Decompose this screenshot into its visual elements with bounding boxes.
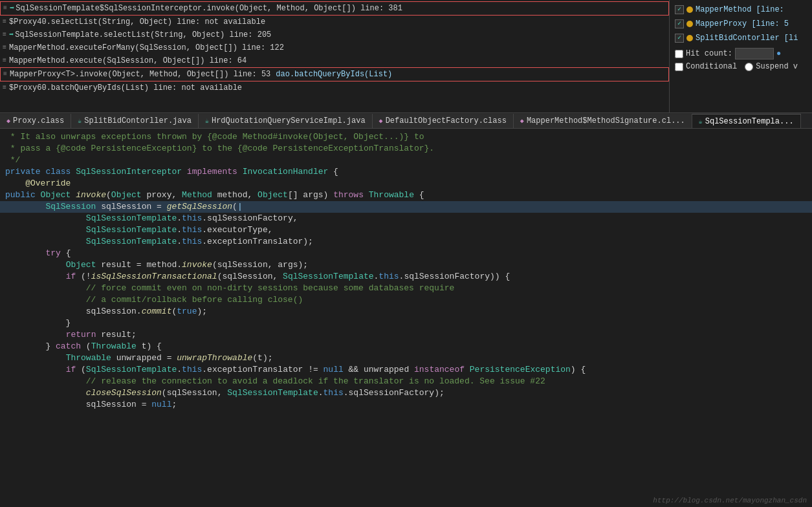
tab-label: HrdQuotationQueryServiceImpl.java [212, 116, 366, 125]
stack-icon: ≡ [3, 42, 6, 54]
this: this [182, 213, 202, 224]
plain [5, 224, 86, 236]
plain: .exceptionTranslator != [202, 364, 323, 376]
bp-checkbox[interactable] [675, 34, 684, 43]
hit-count-radio: ● [776, 49, 781, 58]
plain: method, [212, 189, 258, 201]
method: getSqlSession [167, 201, 232, 213]
plain: proxy, [142, 189, 182, 201]
comment-text: // force commit even on non-dirty sessio… [5, 283, 454, 294]
stack-item-4[interactable]: ≡MapperMethod.executeForMany(SqlSession,… [0, 41, 669, 54]
stack-text: $Proxy60.batchQueryByIds(List) line: not… [9, 82, 242, 94]
plain: (! [76, 271, 91, 283]
tab-6[interactable]: ☕SqlSessionTempla... [692, 114, 801, 128]
code-line-11: try { [0, 248, 812, 259]
kw: if [66, 364, 76, 376]
code-line-22: // release the connection to avoid a dea… [0, 376, 812, 387]
bp-checkbox[interactable] [675, 5, 684, 14]
hit-count-checkbox[interactable] [675, 50, 683, 58]
plain: ( [171, 306, 177, 318]
code-line-3: */ [0, 155, 812, 166]
kw: true [177, 306, 197, 318]
code-line-6: public Object invoke(Object proxy, Metho… [0, 189, 812, 201]
tab-label: MapperMethod$MethodSignature.cl... [527, 116, 685, 125]
bp-checkbox[interactable] [675, 19, 684, 28]
stack-text: MapperMethod.execute(SqlSession, Object[… [9, 55, 247, 67]
plain: (sqlSession, [217, 271, 283, 283]
type: Method [182, 189, 212, 201]
hit-count-input[interactable] [735, 48, 774, 59]
this: this [324, 387, 344, 399]
method: unwrapThrowable [177, 352, 252, 364]
plain: t) { [137, 341, 162, 352]
code-line-24: sqlSession = null; [0, 399, 812, 411]
stack-item-2[interactable]: ≡$Proxy40.selectList(String, Object) lin… [0, 16, 669, 28]
plain: . [177, 364, 182, 376]
tab-4[interactable]: ◆DefaultObjectFactory.class [373, 114, 514, 128]
bp-label: MapperMethod [line: [696, 4, 784, 16]
plain: unwrapped = [111, 352, 177, 364]
comment-text: * pass a {@code PersistenceException} to… [5, 143, 434, 155]
plain [237, 166, 243, 178]
comment-text: // release the connection to avoid a dea… [5, 376, 545, 387]
code-line-14: // force commit even on non-dirty sessio… [0, 283, 812, 294]
kw: null [151, 399, 171, 411]
plain [5, 271, 66, 283]
arrow-icon: ➡ [9, 29, 14, 41]
stack-text: $Proxy40.selectList(String, Object) line… [9, 16, 265, 28]
stack-text: SqlSessionTemplate.selectList(String, Ob… [15, 29, 271, 41]
plain [5, 236, 86, 248]
tab-5[interactable]: ◆MapperMethod$MethodSignature.cl... [514, 114, 692, 128]
type: SqlSessionTemplate [86, 364, 177, 376]
plain: (sqlSession, args); [212, 259, 308, 271]
kw: null [324, 364, 344, 376]
code-line-19: } catch (Throwable t) { [0, 341, 812, 352]
type: SqlSession [5, 201, 96, 213]
stack-item-6[interactable]: ≡MapperProxy<T>.invoke(Object, Method, O… [0, 67, 669, 81]
code-line-15: // a commit/rollback before calling clos… [0, 294, 812, 306]
tab-icon: ◆ [6, 117, 10, 125]
code-line-8: SqlSessionTemplate.this.sqlSessionFactor… [0, 213, 812, 224]
tab-icon: ☕ [699, 118, 703, 125]
plain: sqlSession = [96, 201, 166, 213]
suspend-radio[interactable] [745, 63, 753, 71]
plain: ); [197, 306, 207, 318]
stack-tooltip: dao.batchQueryByIds(List) [276, 69, 392, 80]
code-line-4: private class SqlSessionInterceptor impl… [0, 166, 812, 178]
conditional-label: Conditional [686, 62, 737, 71]
stack-item-7[interactable]: ≡$Proxy60.batchQueryByIds(List) line: no… [0, 81, 669, 94]
stack-icon: ≡ [3, 69, 7, 80]
breakpoints-panel: MapperMethod [line:MapperProxy [line: 5S… [670, 0, 812, 113]
stack-icon: ≡ [3, 3, 7, 14]
stack-icon: ≡ [3, 82, 6, 94]
tab-label: DefaultObjectFactory.class [386, 116, 507, 125]
plain: . [318, 387, 324, 399]
tab-icon: ☕ [205, 117, 209, 125]
plain: .executorType, [202, 224, 272, 236]
method: invoke [182, 259, 212, 271]
kw2: throws [333, 189, 369, 201]
kw: catch [56, 341, 81, 352]
conditional-checkbox[interactable] [675, 63, 683, 71]
code-line-17: } [0, 318, 812, 329]
plain: .sqlSessionFactory)) { [399, 271, 510, 283]
suspend-label: Suspend v [756, 62, 798, 71]
type: SqlSessionTemplate [86, 236, 177, 248]
plain [182, 166, 187, 178]
comment-text: */ [5, 155, 20, 166]
stack-icon: ≡ [3, 55, 6, 67]
tab-3[interactable]: ☕HrdQuotationQueryServiceImpl.java [199, 114, 373, 128]
hit-count-row: Hit count: ● [675, 48, 807, 59]
stack-trace-panel: ≡➡ SqlSessionTemplate$SqlSessionIntercep… [0, 0, 670, 113]
tab-icon: ☕ [78, 117, 82, 125]
stack-item-1[interactable]: ≡➡ SqlSessionTemplate$SqlSessionIntercep… [0, 1, 669, 16]
tab-icon: ◆ [379, 117, 383, 125]
tab-2[interactable]: ☕SplitBidContorller.java [71, 114, 199, 128]
plain: .sqlSessionFactory); [344, 387, 444, 399]
tab-1[interactable]: ◆Proxy.class [0, 114, 71, 128]
plain: ( [106, 189, 111, 201]
stack-text: MapperMethod.executeForMany(SqlSession, … [9, 42, 284, 54]
stack-item-3[interactable]: ≡➡ SqlSessionTemplate.selectList(String,… [0, 28, 669, 41]
stack-item-5[interactable]: ≡MapperMethod.execute(SqlSession, Object… [0, 54, 669, 67]
type: SqlSessionTemplate [86, 213, 177, 224]
